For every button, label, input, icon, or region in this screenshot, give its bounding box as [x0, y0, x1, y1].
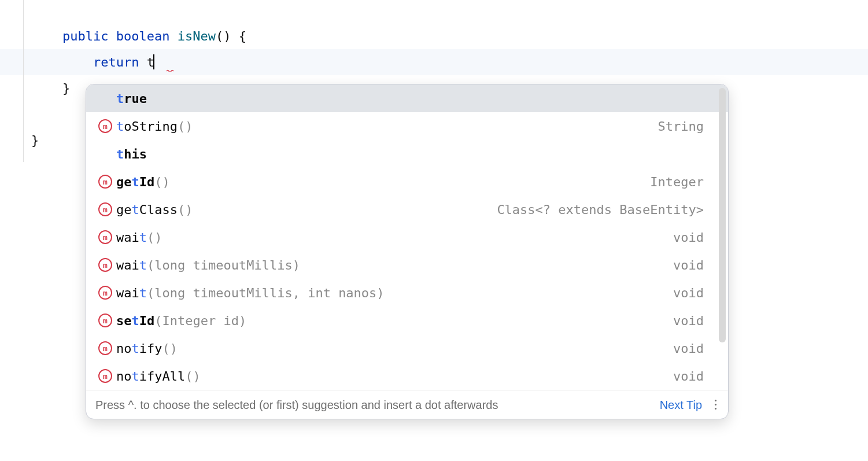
completion-item-return-type: void — [673, 256, 714, 275]
method-icon: m — [98, 175, 112, 189]
completion-popup: truemtoString()StringthismgetId()Integer… — [86, 84, 729, 419]
scrollbar-thumb[interactable] — [719, 88, 726, 342]
completion-item[interactable]: mwait()void — [86, 223, 728, 251]
completion-item-icon-slot: m — [94, 314, 116, 327]
keyword-return: return — [93, 53, 139, 72]
completion-item-label: getId() — [116, 172, 650, 191]
keyword-public: public — [62, 27, 108, 46]
method-icon: m — [98, 286, 112, 300]
completion-item-return-type: void — [673, 283, 714, 303]
method-icon: m — [98, 314, 112, 327]
completion-item[interactable]: this — [86, 140, 728, 168]
completion-item-label: setId(Integer id) — [116, 311, 673, 330]
error-squiggle-icon — [167, 69, 175, 72]
completion-item-icon-slot: m — [94, 202, 116, 216]
completion-footer: Press ^. to choose the selected (or firs… — [86, 390, 728, 419]
gutter-guide — [23, 0, 24, 162]
completion-item-return-type: void — [673, 367, 714, 386]
completion-item-icon-slot: m — [94, 286, 116, 300]
completion-item-return-type: Integer — [650, 172, 714, 191]
completion-item-return-type: Class<? extends BaseEntity> — [497, 200, 714, 219]
completion-item[interactable]: mnotify()void — [86, 334, 728, 362]
brace-close: } — [62, 79, 70, 98]
completion-item-icon-slot: m — [94, 175, 116, 189]
completion-item[interactable]: mnotifyAll()void — [86, 362, 728, 390]
method-icon: m — [98, 341, 112, 355]
completion-item-label: toString() — [116, 117, 658, 136]
completion-item-label: notifyAll() — [116, 367, 673, 386]
completion-item-label: notify() — [116, 339, 673, 358]
method-icon: m — [98, 119, 112, 133]
completion-item[interactable]: mwait(long timeoutMillis)void — [86, 251, 728, 279]
completion-item-return-type: void — [673, 339, 714, 358]
scrollbar[interactable] — [719, 88, 726, 345]
completion-item-label: getClass() — [116, 200, 497, 219]
completion-item-icon-slot: m — [94, 119, 116, 133]
completion-item-return-type: void — [673, 228, 714, 247]
completion-item[interactable]: mgetId()Integer — [86, 168, 728, 196]
keyword-boolean: boolean — [116, 27, 170, 46]
hint-pre: Press — [95, 399, 128, 411]
completion-item-label: wait() — [116, 228, 673, 247]
completion-item[interactable]: mwait(long timeoutMillis, int nanos)void — [86, 279, 728, 307]
footer-hint: Press ^. to choose the selected (or firs… — [95, 396, 652, 414]
completion-item-return-type: void — [673, 311, 714, 330]
code-line[interactable]: public boolean isNew() { — [0, 23, 868, 49]
method-icon: m — [98, 369, 112, 383]
code-line-active[interactable]: return t — [0, 49, 868, 75]
method-icon: m — [98, 202, 112, 216]
completion-item-label: wait(long timeoutMillis) — [116, 256, 673, 275]
method-name: isNew — [178, 27, 216, 46]
hint-shortcut: ^. — [128, 399, 137, 411]
completion-item[interactable]: mtoString()String — [86, 112, 728, 140]
hint-post: to choose the selected (or first) sugges… — [137, 399, 498, 411]
completion-item-icon-slot: m — [94, 341, 116, 355]
paren: () — [216, 27, 231, 46]
completion-item[interactable]: mgetClass()Class<? extends BaseEntity> — [86, 196, 728, 223]
brace-close: } — [31, 131, 39, 150]
completion-item-icon-slot: m — [94, 369, 116, 383]
completion-list[interactable]: truemtoString()StringthismgetId()Integer… — [86, 84, 728, 390]
completion-item-icon-slot: m — [94, 230, 116, 244]
text-cursor — [153, 54, 154, 69]
completion-item-label: this — [116, 145, 704, 164]
method-icon: m — [98, 258, 112, 272]
completion-item-label: wait(long timeoutMillis, int nanos) — [116, 283, 673, 303]
next-tip-link[interactable]: Next Tip — [660, 396, 702, 414]
completion-item-return-type: String — [658, 117, 714, 136]
brace-open: { — [231, 27, 246, 46]
completion-item[interactable]: true — [86, 84, 728, 112]
completion-item-label: true — [116, 89, 704, 108]
method-icon: m — [98, 230, 112, 244]
completion-item-icon-slot: m — [94, 258, 116, 272]
completion-item[interactable]: msetId(Integer id)void — [86, 307, 728, 334]
more-options-icon[interactable] — [712, 397, 719, 412]
